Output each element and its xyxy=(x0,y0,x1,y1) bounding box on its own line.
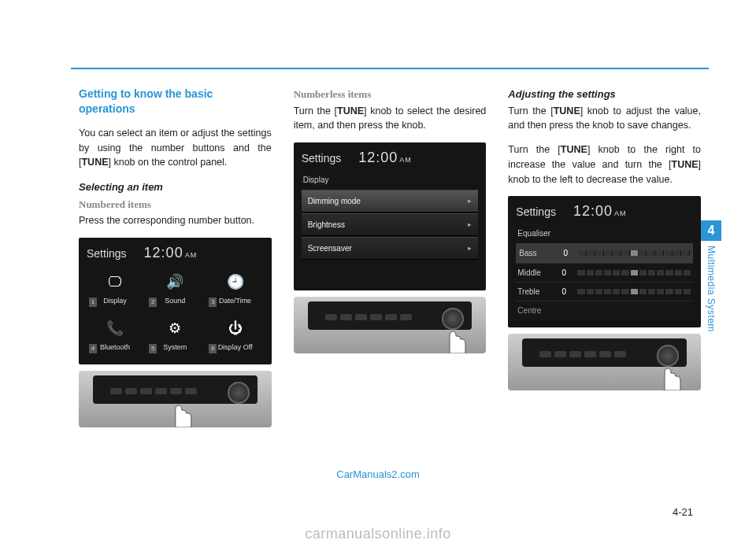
menu-category: Display xyxy=(302,172,479,190)
chevron-right-icon: ▸ xyxy=(468,196,472,207)
eq-label: Bass xyxy=(519,247,552,259)
tune-knob xyxy=(228,382,250,404)
adjust-paragraph-1: Turn the [TUNE] knob to adjust the value… xyxy=(508,104,701,134)
hand-icon xyxy=(434,325,472,353)
cell-number: 4 xyxy=(89,344,97,353)
sound-icon: 🔊 xyxy=(166,272,183,293)
bluetooth-icon: 📞 xyxy=(106,318,124,339)
hand-icon xyxy=(160,399,198,427)
eq-slider xyxy=(579,250,690,256)
cell-number: 3 xyxy=(209,298,217,307)
tune-label: TUNE xyxy=(561,144,587,155)
number-buttons xyxy=(539,351,626,357)
chapter-label: Multimedia System xyxy=(706,246,717,332)
equaliser-screen: Settings 12:00AM Equaliser Bass 0 Middle… xyxy=(508,196,701,327)
watermark-2: carmanualsonline.info xyxy=(305,526,451,542)
control-panel-photo xyxy=(294,297,487,353)
time-ampm: AM xyxy=(614,209,627,217)
cell-number: 2 xyxy=(149,298,157,307)
time-value: 12:00 xyxy=(144,245,183,261)
column-3: Adjusting the settings Turn the [TUNE] k… xyxy=(508,87,701,427)
menu-category: Equaliser xyxy=(516,225,693,243)
clock-icon: 🕘 xyxy=(227,272,244,293)
tune-label: TUNE xyxy=(554,105,580,116)
eq-slider xyxy=(577,270,691,276)
time-ampm: AM xyxy=(399,156,412,164)
screen-header: Settings 12:00AM xyxy=(302,147,479,168)
grid-cell-datetime: 🕘Date/Time3 xyxy=(206,267,263,310)
text: Turn the [ xyxy=(508,144,561,155)
row-label: Brightness xyxy=(308,219,345,231)
subheading-selecting: Selecting an item xyxy=(79,179,272,195)
intro-paragraph: You can select an item or adjust the set… xyxy=(79,126,272,170)
header-rule xyxy=(71,68,709,69)
grid-cell-bluetooth: 📞Bluetooth4 xyxy=(87,313,143,357)
eq-row-treble: Treble 0 xyxy=(516,283,693,301)
number-buttons xyxy=(325,314,412,320)
cell-label: System xyxy=(163,342,187,353)
eq-row-bass: Bass 0 xyxy=(516,243,693,264)
grid-cell-sound: 🔊Sound2 xyxy=(146,267,203,310)
cell-label: Sound xyxy=(165,296,185,307)
chevron-right-icon: ▸ xyxy=(468,220,472,231)
time-value: 12:00 xyxy=(358,150,398,165)
screen-title: Settings xyxy=(302,150,342,167)
time-ampm: AM xyxy=(185,251,198,259)
eq-label: Middle xyxy=(517,267,550,279)
menu-list: Display Dimming mode▸ Brightness▸ Screen… xyxy=(302,172,479,283)
text: ] knob on the control panel. xyxy=(109,157,228,168)
menu-row-dimming: Dimming mode▸ xyxy=(302,190,479,213)
screen-time: 12:00AM xyxy=(144,242,198,264)
subheading-numbered: Numbered items xyxy=(79,197,272,213)
display-menu-screen: Settings 12:00AM Display Dimming mode▸ B… xyxy=(294,142,487,290)
tune-label: TUNE xyxy=(672,159,699,170)
row-label: Dimming mode xyxy=(308,195,361,207)
column-1: Getting to know the basic operations You… xyxy=(79,87,272,427)
cell-label: Bluetooth xyxy=(100,342,130,353)
gear-icon: ⚙ xyxy=(169,318,181,339)
page-number: 4-21 xyxy=(673,506,693,518)
settings-grid: 🖵Display1 🔊Sound2 🕘Date/Time3 📞Bluetooth… xyxy=(87,267,264,357)
screen-header: Settings 12:00AM xyxy=(87,242,264,264)
numberless-paragraph: Turn the [TUNE] knob to select the desir… xyxy=(294,104,487,134)
eq-slider xyxy=(577,289,691,294)
screen-title: Settings xyxy=(516,204,556,220)
text: Turn the [ xyxy=(294,105,337,116)
chapter-number: 4 xyxy=(701,220,721,241)
tune-label: TUNE xyxy=(81,157,108,168)
number-buttons xyxy=(110,388,197,394)
grid-cell-displayoff: ⏻Display Off6 xyxy=(206,313,263,357)
tune-label: TUNE xyxy=(337,105,364,116)
cell-label: Display Off xyxy=(218,342,253,353)
cell-number: 5 xyxy=(149,344,157,353)
chapter-tab: 4 Multimedia System xyxy=(701,220,721,332)
page-content: Getting to know the basic operations You… xyxy=(79,87,701,427)
row-label: Screensaver xyxy=(308,242,352,254)
eq-value: 0 xyxy=(558,267,569,279)
display-icon: 🖵 xyxy=(108,272,122,293)
power-icon: ⏻ xyxy=(228,318,243,339)
cell-number: 1 xyxy=(89,298,97,307)
eq-row-centre: Centre xyxy=(516,301,693,320)
screen-time: 12:00AM xyxy=(358,147,412,168)
screen-title: Settings xyxy=(87,246,127,262)
screen-time: 12:00AM xyxy=(573,201,627,222)
press-paragraph: Press the corresponding number button. xyxy=(79,213,272,228)
section-heading: Getting to know the basic operations xyxy=(79,87,272,116)
column-2: Numberless items Turn the [TUNE] knob to… xyxy=(294,87,487,427)
grid-cell-display: 🖵Display1 xyxy=(87,267,143,310)
menu-row-screensaver: Screensaver▸ xyxy=(302,237,479,260)
eq-value: 0 xyxy=(560,247,571,259)
screen-header: Settings 12:00AM xyxy=(516,201,693,222)
eq-row-middle: Middle 0 xyxy=(516,264,693,283)
cell-label: Display xyxy=(103,296,127,307)
subheading-adjusting: Adjusting the settings xyxy=(508,87,701,102)
control-panel-photo xyxy=(79,371,272,427)
chevron-right-icon: ▸ xyxy=(468,243,472,254)
cell-label: Date/Time xyxy=(219,296,251,307)
menu-row-brightness: Brightness▸ xyxy=(302,213,479,236)
text: Turn the [ xyxy=(508,105,553,116)
watermark-1: CarManuals2.com xyxy=(336,468,420,480)
grid-cell-system: ⚙System5 xyxy=(146,313,203,357)
hand-icon xyxy=(649,362,687,390)
